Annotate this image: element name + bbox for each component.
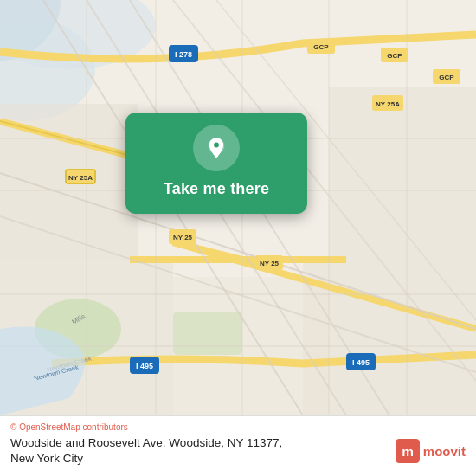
- svg-text:NY 25A: NY 25A: [376, 100, 400, 108]
- copyright-text: © OpenStreetMap contributors: [10, 422, 128, 432]
- svg-text:I 495: I 495: [352, 358, 370, 367]
- location-icon-wrap: [193, 125, 240, 171]
- moovit-icon: m: [396, 439, 420, 463]
- svg-text:GCP: GCP: [439, 74, 454, 81]
- svg-text:I 495: I 495: [136, 362, 153, 370]
- svg-rect-8: [329, 87, 476, 260]
- svg-text:I 278: I 278: [175, 50, 192, 59]
- address-text: Woodside and Roosevelt Ave, Woodside, NY…: [10, 435, 389, 466]
- svg-point-61: [214, 143, 219, 148]
- copyright-row: © OpenStreetMap contributors: [10, 422, 466, 432]
- take-me-there-button-label: Take me there: [164, 180, 269, 198]
- svg-text:NY 25A: NY 25A: [68, 174, 93, 182]
- moovit-logo: m moovit: [396, 439, 466, 463]
- moovit-brand-text: moovit: [423, 444, 466, 459]
- address-line2: New York City: [10, 452, 83, 465]
- address-row: Woodside and Roosevelt Ave, Woodside, NY…: [10, 435, 466, 466]
- address-line1: Woodside and Roosevelt Ave, Woodside, NY…: [10, 436, 282, 449]
- svg-text:NY 25: NY 25: [173, 234, 193, 241]
- take-me-there-card[interactable]: Take me there: [125, 113, 307, 214]
- svg-text:GCP: GCP: [387, 52, 402, 60]
- svg-text:NY 25: NY 25: [260, 260, 280, 267]
- svg-text:GCP: GCP: [313, 43, 329, 51]
- svg-text:m: m: [402, 444, 414, 459]
- bottom-bar: © OpenStreetMap contributors Woodside an…: [0, 415, 476, 476]
- location-pin-icon: [204, 136, 228, 160]
- svg-rect-11: [173, 312, 242, 355]
